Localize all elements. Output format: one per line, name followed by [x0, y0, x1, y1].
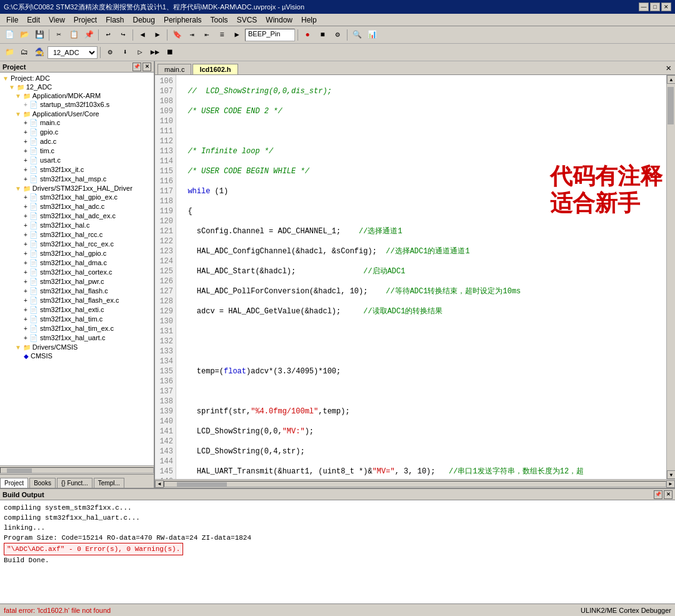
menu-flash[interactable]: Flash [102, 15, 128, 25]
debug2[interactable]: 📊 [365, 28, 379, 42]
tree-item-adc[interactable]: + 📄 adc.c [0, 137, 154, 146]
target-dropdown[interactable]: 12_ADC [48, 46, 98, 59]
tree-item-hal-rcc-ex[interactable]: + 📄 stm32f1xx_hal_rcc_ex.c [0, 240, 154, 249]
menu-edit[interactable]: Edit [23, 15, 44, 25]
menu-view[interactable]: View [45, 15, 69, 25]
file-icon: + [24, 119, 28, 126]
menu-window[interactable]: Window [262, 15, 296, 25]
close-button[interactable]: ✕ [661, 3, 671, 11]
tree-item-drivers-cmsis[interactable]: ▼ 📁 Drivers/CMSIS [0, 343, 154, 351]
nav-fwd-button[interactable]: ▶ [151, 28, 164, 42]
tree-item-tim[interactable]: + 📄 tim.c [0, 146, 154, 156]
tree-item-drivers-hal[interactable]: ▼ 📁 Drivers/STM32F1xx_HAL_Driver [0, 184, 154, 193]
menu-peripherals[interactable]: Peripherals [160, 15, 206, 25]
maximize-button[interactable]: □ [650, 3, 660, 11]
run2-button[interactable]: ▶▶ [148, 46, 162, 59]
tree-item-12adc[interactable]: ▼ 📁 12_ADC [0, 83, 154, 91]
stop-button[interactable]: ■ [316, 28, 329, 42]
folder-select[interactable]: 📁 [2, 46, 16, 59]
align-button[interactable]: ≡ [215, 28, 229, 42]
indent-button[interactable]: ⇥ [185, 28, 199, 42]
tree-item-startup[interactable]: + 📄 startup_stm32f103x6.s [0, 100, 154, 109]
tree-item-gpio[interactable]: + 📄 gpio.c [0, 128, 154, 137]
save-button[interactable]: 💾 [32, 28, 46, 42]
build-pin-button[interactable]: 📌 [654, 490, 662, 499]
tree-item-usart[interactable]: + 📄 usart.c [0, 156, 154, 165]
more-button[interactable]: ⚙ [331, 28, 344, 42]
tree-hscroll[interactable] [0, 465, 154, 474]
build-close-button[interactable]: ✕ [664, 490, 672, 499]
new-file-button[interactable]: 📄 [2, 28, 16, 42]
tree-item-app-mdk[interactable]: ▼ 📁 Application/MDK-ARM [0, 91, 154, 100]
tree-item-hal-exti[interactable]: + 📄 stm32f1xx_hal_exti.c [0, 305, 154, 315]
panel-pin-button[interactable]: 📌 [132, 63, 141, 71]
tree-item-it[interactable]: + 📄 stm32f1xx_it.c [0, 165, 154, 174]
wizard-button[interactable]: 🧙 [32, 46, 46, 59]
tree-item-project-adc[interactable]: ▼ Project: ADC [0, 74, 154, 83]
tree-item-hal-tim[interactable]: + 📄 stm32f1xx_hal_tim.c [0, 315, 154, 324]
tree-item-hal-adc-ex[interactable]: + 📄 stm32f1xx_hal_adc_ex.c [0, 211, 154, 221]
scroll-thumb[interactable] [668, 87, 674, 124]
undo-button[interactable]: ↩ [101, 28, 115, 42]
tree-item-hal-pwr[interactable]: + 📄 stm32f1xx_hal_pwr.c [0, 277, 154, 286]
tab-main-c[interactable]: main.c [158, 64, 191, 74]
menu-svcs[interactable]: SVCS [233, 15, 261, 25]
tab-functions[interactable]: {} Funct... [57, 478, 92, 488]
nav-back-button[interactable]: ◀ [136, 28, 149, 42]
tab-project[interactable]: Project [0, 478, 28, 488]
config-button[interactable]: ⚙ [103, 46, 117, 59]
vertical-scrollbar[interactable]: ▲ ▼ [666, 75, 675, 479]
open-button[interactable]: 📂 [18, 28, 31, 42]
file-icon: + [24, 241, 28, 248]
cut-button[interactable]: ✂ [52, 28, 66, 42]
hscroll-thumb[interactable] [177, 482, 227, 487]
tree-item-hal-flash-ex[interactable]: + 📄 stm32f1xx_hal_flash_ex.c [0, 296, 154, 305]
copy-button[interactable]: 📋 [67, 28, 81, 42]
tree-item-hal-dma[interactable]: + 📄 stm32f1xx_hal_dma.c [0, 258, 154, 268]
menu-help[interactable]: Help [298, 15, 321, 25]
tree-item-main[interactable]: + 📄 main.c [0, 118, 154, 128]
run-button[interactable]: ▶ [230, 28, 244, 42]
bookmark-button[interactable]: 🔖 [170, 28, 184, 42]
build-button[interactable]: ● [301, 28, 314, 42]
panel-close-button[interactable]: ✕ [142, 63, 151, 71]
tree-item-app-user[interactable]: ▼ 📁 Application/User/Core [0, 109, 154, 118]
menu-project[interactable]: Project [70, 15, 101, 25]
code-editor[interactable]: // LCD_ShowString(0,0,dis_str); /* USER … [176, 75, 666, 479]
tree-item-msp[interactable]: + 📄 stm32f1xx_hal_msp.c [0, 174, 154, 184]
scroll-right-button[interactable]: ▶ [666, 480, 675, 488]
code-hscroll[interactable]: ◀ ▶ [155, 479, 675, 488]
tree-item-hal[interactable]: + 📄 stm32f1xx_hal.c [0, 221, 154, 230]
scroll-down-button[interactable]: ▼ [667, 470, 675, 479]
tree-item-hal-flash[interactable]: + 📄 stm32f1xx_hal_flash.c [0, 286, 154, 296]
tree-item-hal-uart[interactable]: + 📄 stm32f1xx_hal_uart.c [0, 333, 154, 343]
minimize-button[interactable]: — [639, 3, 649, 11]
menu-file[interactable]: File [2, 15, 22, 25]
download-button[interactable]: ⬇ [118, 46, 132, 59]
menu-debug[interactable]: Debug [129, 15, 159, 25]
redo-button[interactable]: ↪ [116, 28, 130, 42]
start-debug[interactable]: ▷ [133, 46, 147, 59]
menu-tools[interactable]: Tools [207, 15, 232, 25]
paste-button[interactable]: 📌 [82, 28, 96, 42]
tree-item-hal-tim-ex[interactable]: + 📄 stm32f1xx_hal_tim_ex.c [0, 324, 154, 333]
tree-item-hal-gpio[interactable]: + 📄 stm32f1xx_hal_gpio.c [0, 249, 154, 258]
stop2-button[interactable]: ⏹ [163, 46, 177, 59]
tab-close-button[interactable]: ✕ [662, 61, 675, 74]
tab-books[interactable]: Books [29, 478, 56, 488]
tree-item-hal-rcc[interactable]: + 📄 stm32f1xx_hal_rcc.c [0, 230, 154, 240]
scroll-left-button[interactable]: ◀ [155, 480, 164, 488]
tree-item-cmsis[interactable]: ◆ CMSIS [0, 351, 154, 360]
scroll-up-button[interactable]: ▲ [667, 75, 675, 84]
debug1[interactable]: 🔍 [350, 28, 364, 42]
outdent-button[interactable]: ⇤ [200, 28, 214, 42]
tab-lcd1602-h[interactable]: lcd1602.h [192, 64, 238, 74]
tab-templates[interactable]: Templ... [94, 478, 124, 488]
scroll-track[interactable] [667, 84, 675, 470]
tree-item-gpio-ex[interactable]: + 📄 stm32f1xx_hal_gpio_ex.c [0, 193, 154, 202]
tree-label: Application/MDK-ARM [32, 92, 101, 99]
tree-item-hal-adc[interactable]: + 📄 stm32f1xx_hal_adc.c [0, 202, 154, 211]
hscroll-track[interactable] [164, 481, 666, 487]
tree-item-hal-cortex[interactable]: + 📄 stm32f1xx_hal_cortex.c [0, 268, 154, 277]
project-select[interactable]: 🗂 [18, 46, 31, 59]
